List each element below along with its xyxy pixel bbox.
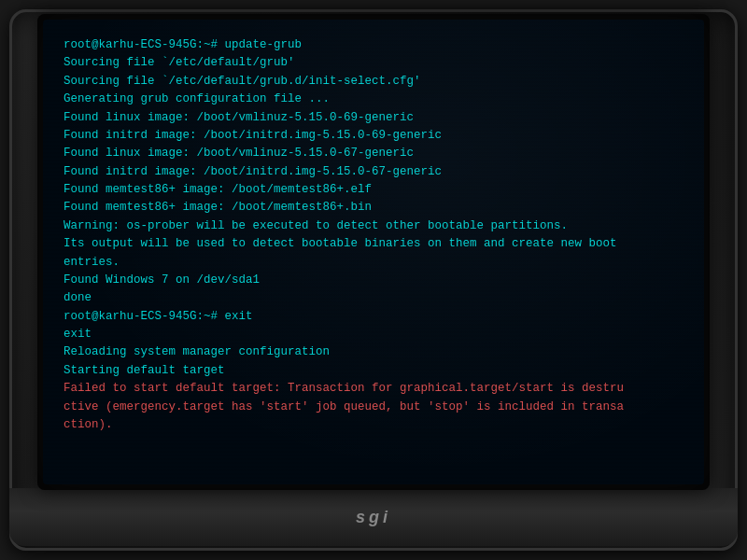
monitor: root@karhu-ECS-945G:~# update-grubSourci… [9,9,738,551]
terminal-line-3: Generating grub configuration file ... [63,91,684,108]
terminal-line-2: Sourcing file `/etc/default/grub.d/init-… [63,73,684,91]
terminal-line-21: ction). [63,416,684,434]
terminal-line-12: entries. [63,254,684,272]
terminal-line-13: Found Windows 7 on /dev/sda1 [63,272,684,289]
terminal-line-0: root@karhu-ECS-945G:~# update-grub [63,36,684,54]
terminal-line-16: exit [63,326,684,343]
terminal-line-4: Found linux image: /boot/vmlinuz-5.15.0-… [63,109,684,127]
terminal-line-17: Reloading system manager configuration [63,343,684,361]
terminal-line-7: Found initrd image: /boot/initrd.img-5.1… [63,163,684,181]
terminal-line-1: Sourcing file `/etc/default/grub' [63,54,684,72]
terminal-line-5: Found initrd image: /boot/initrd.img-5.1… [63,127,684,145]
terminal-line-15: root@karhu-ECS-945G:~# exit [63,308,684,326]
brand-label: sgi [356,508,391,527]
terminal-line-9: Found memtest86+ image: /boot/memtest86+… [63,199,684,217]
terminal-line-6: Found linux image: /boot/vmlinuz-5.15.0-… [63,145,684,162]
screen: root@karhu-ECS-945G:~# update-grubSourci… [43,20,704,484]
terminal-line-11: Its output will be used to detect bootab… [63,235,684,253]
terminal-line-19: Failed to start default target: Transact… [63,380,684,398]
terminal-line-18: Starting default target [63,362,684,380]
screen-bezel: root@karhu-ECS-945G:~# update-grubSourci… [37,14,710,490]
monitor-bottom: sgi [9,488,738,546]
terminal-line-8: Found memtest86+ image: /boot/memtest86+… [63,181,684,199]
terminal-output: root@karhu-ECS-945G:~# update-grubSourci… [63,36,684,434]
terminal-line-14: done [63,289,684,307]
terminal-line-20: ctive (emergency.target has 'start' job … [63,399,684,416]
terminal-line-10: Warning: os-prober will be executed to d… [63,217,684,235]
